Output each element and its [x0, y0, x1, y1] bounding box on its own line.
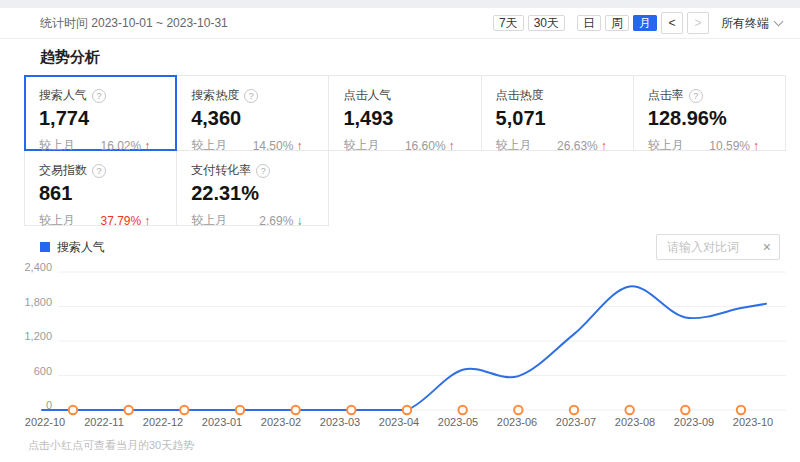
- metric-card-payment-conversion[interactable]: 支付转化率?22.31%较上月2.69%↓: [176, 150, 329, 226]
- metric-value: 22.31%: [191, 182, 314, 205]
- info-icon[interactable]: ?: [92, 164, 106, 178]
- y-axis-tick: 2,400: [24, 262, 52, 273]
- metric-label-text: 点击率: [648, 87, 684, 104]
- prev-period-button[interactable]: <: [661, 12, 683, 34]
- metric-compare-row: 较上月37.79%↑: [39, 212, 162, 229]
- arrow-up-icon: ↑: [753, 139, 759, 153]
- month-dot[interactable]: [236, 406, 244, 414]
- metric-value: 1,493: [343, 107, 466, 130]
- terminal-dropdown[interactable]: 所有终端: [721, 15, 782, 32]
- compare-period-label: 较上月: [343, 137, 379, 154]
- metric-label-text: 支付转化率: [191, 162, 251, 179]
- granularity-month-button[interactable]: 月: [633, 15, 657, 31]
- change-percent: 16.60%: [405, 139, 446, 153]
- metric-card-click-rate[interactable]: 点击率?128.96%较上月10.59%↑: [633, 75, 786, 151]
- metric-label: 支付转化率?: [191, 162, 314, 179]
- x-axis-tick: 2023-06: [497, 416, 537, 428]
- month-dot[interactable]: [625, 406, 633, 414]
- metric-label: 搜索人气?: [39, 87, 162, 104]
- range-7d-button[interactable]: 7天: [493, 15, 524, 31]
- x-axis-tick: 2023-04: [379, 416, 419, 428]
- month-dot[interactable]: [180, 406, 188, 414]
- metric-card-click-popularity[interactable]: 点击人气1,493较上月16.60%↑: [328, 75, 481, 151]
- metric-compare-row: 较上月26.63%↑: [496, 137, 619, 154]
- granularity-day-button[interactable]: 日: [577, 15, 601, 31]
- chevron-down-icon: [774, 17, 784, 27]
- metric-card-search-heat[interactable]: 搜索热度?4,360较上月14.50%↑: [176, 75, 329, 151]
- info-icon[interactable]: ?: [92, 89, 106, 103]
- metric-label: 点击热度: [496, 87, 619, 104]
- arrow-up-icon: ↑: [144, 139, 150, 153]
- compare-period-label: 较上月: [39, 137, 75, 154]
- granularity-week-button[interactable]: 周: [605, 15, 629, 31]
- metric-compare-row: 较上月16.60%↑: [343, 137, 466, 154]
- x-axis-tick: 2022-11: [84, 416, 124, 428]
- metric-card-search-popularity[interactable]: 搜索人气?1,774较上月16.02%↑: [24, 75, 177, 151]
- info-icon[interactable]: ?: [256, 164, 270, 178]
- x-axis-tick: 2023-01: [202, 416, 242, 428]
- month-dot[interactable]: [403, 406, 411, 414]
- compare-period-label: 较上月: [648, 137, 684, 154]
- time-controls: 7天30天 日周月 < > 所有终端: [489, 12, 782, 34]
- x-axis-tick: 2023-03: [320, 416, 360, 428]
- month-dot[interactable]: [737, 406, 745, 414]
- month-dot[interactable]: [458, 406, 466, 414]
- x-axis-tick: 2023-02: [261, 416, 301, 428]
- metric-compare-row: 较上月2.69%↓: [191, 212, 314, 229]
- metric-label-text: 点击人气: [343, 87, 391, 104]
- range-button-group: 7天30天: [489, 13, 565, 33]
- compare-word-inputbox: ×: [656, 234, 780, 260]
- x-axis-tick: 2023-05: [438, 416, 478, 428]
- month-dot[interactable]: [681, 406, 689, 414]
- terminal-dropdown-label: 所有终端: [721, 15, 769, 32]
- metric-value: 4,360: [191, 107, 314, 130]
- metric-compare-row: 较上月10.59%↑: [648, 137, 771, 154]
- change-percent: 37.79%: [100, 214, 141, 228]
- trend-chart: 06001,2001,8002,4002022-102022-112022-12…: [0, 262, 800, 434]
- next-period-button[interactable]: >: [687, 12, 709, 34]
- legend-swatch-icon: [40, 242, 50, 252]
- change-percent: 2.69%: [259, 214, 293, 228]
- y-axis-tick: 600: [34, 365, 52, 377]
- stat-time-label: 统计时间 2023-10-01 ~ 2023-10-31: [40, 15, 228, 32]
- x-axis-tick: 2022-12: [143, 416, 183, 428]
- month-dot[interactable]: [124, 406, 132, 414]
- metric-value: 861: [39, 182, 162, 205]
- metric-card-click-heat[interactable]: 点击热度5,071较上月26.63%↑: [481, 75, 634, 151]
- compare-period-label: 较上月: [39, 212, 75, 229]
- chart-legend-row: 搜索人气 ×: [40, 234, 780, 260]
- month-dot[interactable]: [347, 406, 355, 414]
- month-dot[interactable]: [69, 406, 77, 414]
- info-icon[interactable]: ?: [689, 89, 703, 103]
- y-axis-tick: 1,200: [24, 330, 52, 342]
- y-axis-tick: 1,800: [24, 296, 52, 308]
- metric-label: 点击率?: [648, 87, 771, 104]
- metric-value: 5,071: [496, 107, 619, 130]
- range-30d-button[interactable]: 30天: [528, 15, 565, 31]
- compare-word-input[interactable]: [657, 240, 761, 254]
- arrow-up-icon: ↑: [601, 139, 607, 153]
- metric-label-text: 搜索人气: [39, 87, 87, 104]
- metric-card-transaction-index[interactable]: 交易指数?861较上月37.79%↑: [24, 150, 177, 226]
- metric-label: 交易指数?: [39, 162, 162, 179]
- legend-series-label: 搜索人气: [57, 239, 105, 256]
- clear-input-icon[interactable]: ×: [761, 235, 779, 259]
- trend-line: [42, 286, 766, 410]
- arrow-up-icon: ↑: [144, 214, 150, 228]
- metric-label-text: 搜索热度: [191, 87, 239, 104]
- info-icon[interactable]: ?: [244, 89, 258, 103]
- change-percent: 16.02%: [100, 139, 141, 153]
- month-dot[interactable]: [514, 406, 522, 414]
- trend-chart-svg: 06001,2001,8002,4002022-102022-112022-12…: [0, 262, 800, 434]
- page-top-strip: [0, 0, 800, 8]
- metric-value: 1,774: [39, 107, 162, 130]
- granularity-button-group: 日周月: [565, 13, 657, 33]
- x-axis-tick: 2023-10: [733, 416, 773, 428]
- month-dot[interactable]: [291, 406, 299, 414]
- chart-footnote: 点击小红点可查看当月的30天趋势: [28, 438, 800, 453]
- month-dot[interactable]: [570, 406, 578, 414]
- metric-label: 点击人气: [343, 87, 466, 104]
- metric-label-text: 交易指数: [39, 162, 87, 179]
- header-bar: 统计时间 2023-10-01 ~ 2023-10-31 7天30天 日周月 <…: [0, 8, 800, 39]
- compare-period-label: 较上月: [191, 212, 227, 229]
